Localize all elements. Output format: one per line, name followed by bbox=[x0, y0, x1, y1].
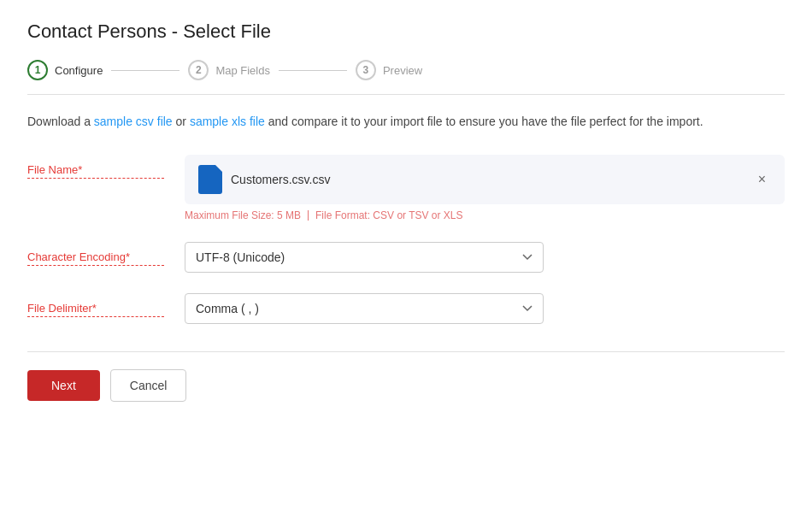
file-upload-box[interactable]: Customers.csv.csv × bbox=[185, 155, 785, 204]
sample-xls-link[interactable]: sample xls file bbox=[190, 115, 265, 128]
step-2-label: Map Fields bbox=[215, 64, 270, 77]
next-button[interactable]: Next bbox=[27, 370, 100, 401]
step-1: 1 Configure bbox=[27, 60, 103, 80]
file-icon bbox=[198, 165, 222, 194]
top-divider bbox=[27, 94, 785, 95]
file-delimiter-select[interactable]: Comma ( , ) Tab ( \t ) Semicolon ( ; ) P… bbox=[185, 293, 544, 324]
step-1-circle: 1 bbox=[27, 60, 48, 80]
file-meta-format: File Format: CSV or TSV or XLS bbox=[315, 209, 463, 221]
page-title: Contact Persons - Select File bbox=[27, 21, 785, 43]
info-text: Download a sample csv file or sample xls… bbox=[27, 112, 785, 131]
character-encoding-select[interactable]: UTF-8 (Unicode) UTF-16 ISO-8859-1 Window… bbox=[185, 242, 544, 273]
info-text-before: Download a bbox=[27, 115, 94, 128]
file-meta-size: Maximum File Size: 5 MB bbox=[185, 209, 301, 221]
info-text-between: or bbox=[173, 115, 190, 128]
character-encoding-row: Character Encoding* UTF-8 (Unicode) UTF-… bbox=[27, 242, 785, 273]
step-2: 2 Map Fields bbox=[188, 60, 270, 80]
file-delimiter-row: File Delimiter* Comma ( , ) Tab ( \t ) S… bbox=[27, 293, 785, 324]
stepper: 1 Configure 2 Map Fields 3 Preview bbox=[27, 60, 785, 80]
info-text-after: and compare it to your import file to en… bbox=[265, 115, 703, 128]
footer-buttons: Next Cancel bbox=[27, 369, 785, 402]
file-remove-button[interactable]: × bbox=[753, 170, 771, 189]
file-name-value: Customers.csv.csv bbox=[231, 173, 330, 186]
step-line-1 bbox=[111, 70, 179, 71]
file-meta: Maximum File Size: 5 MB File Format: CSV… bbox=[185, 209, 785, 221]
file-info: Customers.csv.csv bbox=[198, 165, 330, 194]
step-3-label: Preview bbox=[383, 64, 422, 77]
file-name-row: File Name* Customers.csv.csv × Maximum F… bbox=[27, 155, 785, 221]
character-encoding-label: Character Encoding* bbox=[27, 242, 164, 266]
form-section: File Name* Customers.csv.csv × Maximum F… bbox=[27, 155, 785, 324]
file-meta-divider bbox=[308, 210, 309, 221]
step-1-label: Configure bbox=[55, 64, 103, 77]
step-3-circle: 3 bbox=[356, 60, 376, 80]
step-3: 3 Preview bbox=[356, 60, 422, 80]
step-line-2 bbox=[279, 70, 347, 71]
step-2-circle: 2 bbox=[188, 60, 209, 80]
character-encoding-control: UTF-8 (Unicode) UTF-16 ISO-8859-1 Window… bbox=[185, 242, 785, 273]
file-delimiter-label: File Delimiter* bbox=[27, 293, 164, 317]
file-name-label: File Name* bbox=[27, 155, 164, 179]
sample-csv-link[interactable]: sample csv file bbox=[94, 115, 173, 128]
footer-divider bbox=[27, 351, 785, 352]
file-delimiter-control: Comma ( , ) Tab ( \t ) Semicolon ( ; ) P… bbox=[185, 293, 785, 324]
cancel-button[interactable]: Cancel bbox=[110, 369, 187, 402]
file-name-control: Customers.csv.csv × Maximum File Size: 5… bbox=[185, 155, 785, 221]
